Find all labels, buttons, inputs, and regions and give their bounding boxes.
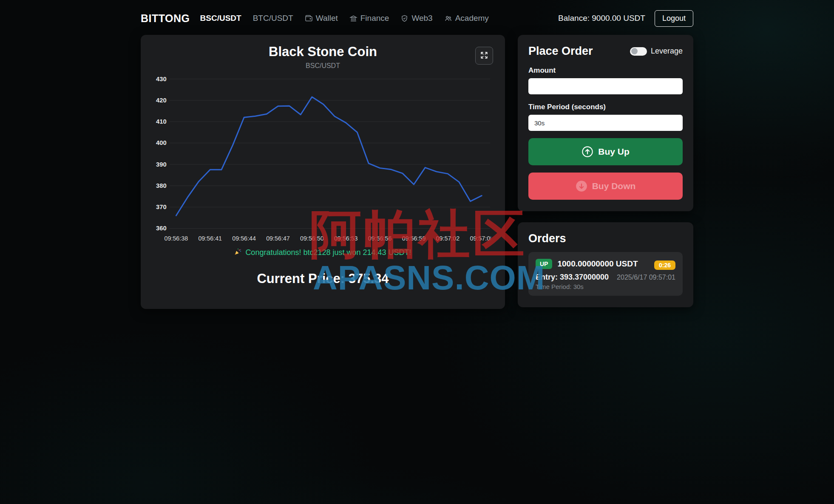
svg-text:370: 370 (156, 204, 166, 210)
price-line-chart[interactable]: 36037038039040041042043009:56:3809:56:41… (155, 73, 491, 246)
svg-text:420: 420 (156, 97, 166, 104)
balance-text: Balance: 9000.00 USDT (558, 14, 645, 23)
chart-title: Black Stone Coin (154, 44, 491, 59)
svg-text:09:56:38: 09:56:38 (164, 235, 188, 242)
time-period-label: Time Period (seconds) (528, 103, 683, 111)
arrow-down-circle-icon (576, 180, 587, 192)
svg-text:410: 410 (156, 118, 166, 125)
amount-label: Amount (528, 66, 683, 75)
bank-icon (349, 14, 357, 23)
place-order-title: Place Order (528, 45, 593, 58)
nav-label: BSC/USDT (200, 14, 241, 23)
order-timestamp: 2025/6/17 09:57:01 (617, 274, 675, 281)
orders-panel: Orders UP 1000.00000000 USDT 0:26 Entry:… (518, 222, 693, 307)
congrats-text: Congratulations! btc2128 just won 214.43… (245, 248, 411, 257)
orders-title: Orders (528, 232, 683, 245)
time-period-select[interactable]: 30s (528, 115, 683, 131)
buy-down-label: Buy Down (592, 181, 636, 191)
svg-text:390: 390 (156, 161, 166, 168)
svg-text:09:56:56: 09:56:56 (368, 235, 391, 242)
page: BITTONG BSC/USDT BTC/USDT (0, 0, 834, 504)
current-price: Current Price: 375.34 (154, 271, 491, 286)
side-column: Place Order Leverage Amount Time Period … (518, 35, 693, 307)
chart-subtitle: BSC/USDT (154, 62, 491, 70)
order-item: UP 1000.00000000 USDT 0:26 Entry: 393.37… (528, 252, 683, 296)
order-side-badge: UP (536, 259, 552, 269)
top-nav: BITTONG BSC/USDT BTC/USDT (141, 8, 693, 28)
svg-text:360: 360 (156, 225, 166, 232)
wallet-icon (305, 14, 313, 23)
place-order-panel: Place Order Leverage Amount Time Period … (518, 35, 693, 211)
nav-label: Finance (360, 14, 389, 23)
party-popper-icon (234, 248, 242, 258)
leverage-label: Leverage (651, 47, 683, 56)
congrats-banner: Congratulations! btc2128 just won 214.43… (154, 248, 491, 258)
order-countdown-badge: 0:26 (654, 260, 675, 270)
order-amount: 1000.00000000 USDT (557, 259, 638, 269)
svg-text:09:57:05: 09:57:05 (470, 235, 491, 242)
expand-icon (479, 51, 489, 61)
order-entry: Entry: 393.37000000 (536, 273, 609, 282)
amount-input[interactable] (528, 78, 683, 94)
svg-text:09:56:59: 09:56:59 (402, 235, 426, 242)
toggle-knob (631, 48, 638, 54)
nav-label: Wallet (316, 14, 338, 23)
users-icon (444, 14, 452, 23)
shield-icon (400, 14, 408, 23)
leverage-toggle[interactable] (630, 47, 647, 56)
main-nav: BSC/USDT BTC/USDT Wallet (200, 14, 489, 23)
svg-text:09:56:41: 09:56:41 (198, 235, 222, 242)
nav-label: BTC/USDT (253, 14, 293, 23)
svg-text:09:56:44: 09:56:44 (232, 235, 256, 242)
svg-text:430: 430 (156, 76, 166, 82)
buy-down-button[interactable]: Buy Down (528, 173, 683, 200)
buy-up-button[interactable]: Buy Up (528, 138, 683, 165)
svg-text:09:56:50: 09:56:50 (300, 235, 324, 242)
nav-label: Web3 (411, 14, 432, 23)
brand-logo[interactable]: BITTONG (141, 12, 190, 25)
nav-item-web3[interactable]: Web3 (400, 14, 432, 23)
logout-button[interactable]: Logout (655, 10, 693, 27)
chart-card: Black Stone Coin BSC/USDT 36037038039040… (141, 35, 505, 309)
order-time-period: Time Period: 30s (536, 283, 675, 290)
svg-text:09:56:53: 09:56:53 (334, 235, 357, 242)
nav-item-btc-usdt[interactable]: BTC/USDT (253, 14, 293, 23)
svg-text:380: 380 (156, 182, 166, 189)
svg-text:09:57:02: 09:57:02 (436, 235, 460, 242)
svg-text:400: 400 (156, 140, 166, 147)
buy-up-label: Buy Up (598, 147, 630, 157)
arrow-up-circle-icon (582, 146, 593, 158)
nav-item-finance[interactable]: Finance (349, 14, 389, 23)
svg-text:09:56:47: 09:56:47 (266, 235, 290, 242)
fullscreen-button[interactable] (475, 47, 493, 65)
nav-label: Academy (455, 14, 489, 23)
nav-item-academy[interactable]: Academy (444, 14, 489, 23)
nav-item-bsc-usdt[interactable]: BSC/USDT (200, 14, 241, 23)
nav-item-wallet[interactable]: Wallet (305, 14, 338, 23)
